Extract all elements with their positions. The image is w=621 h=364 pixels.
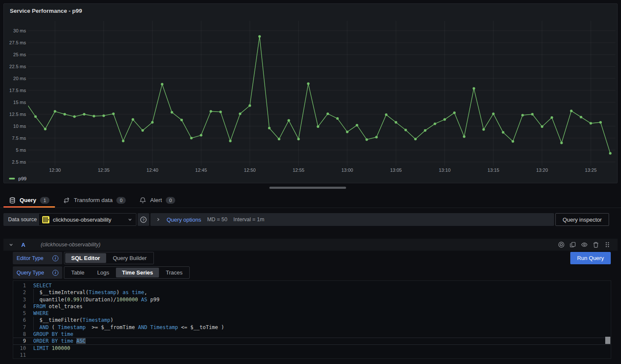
legend: p99 bbox=[9, 176, 26, 181]
query-type-info-icon[interactable]: i bbox=[52, 270, 58, 276]
editor-type-label: Editor Type i bbox=[13, 252, 62, 264]
svg-text:13:25: 13:25 bbox=[585, 168, 597, 173]
sql-code-editor[interactable]: 1SELECT2 $__timeInterval(Timestamp) as t… bbox=[13, 280, 611, 359]
query-type-table[interactable]: Table bbox=[65, 268, 90, 277]
hide-response-eye-icon[interactable] bbox=[581, 241, 588, 248]
code-line-1: 1SELECT bbox=[13, 282, 611, 289]
database-icon bbox=[9, 197, 16, 204]
query-options-md: MD = 50 bbox=[207, 217, 228, 222]
timeseries-chart[interactable]: 2.5 ms5 ms7.5 ms10 ms12.5 ms15 ms17.5 ms… bbox=[4, 4, 617, 183]
query-type-traces[interactable]: Traces bbox=[160, 268, 188, 277]
tab-query[interactable]: Query 1 bbox=[3, 193, 55, 207]
disable-query-icon[interactable] bbox=[558, 241, 565, 248]
svg-text:22.5 ms: 22.5 ms bbox=[9, 64, 26, 69]
svg-text:10 ms: 10 ms bbox=[13, 124, 26, 129]
query-options-link[interactable]: Query options bbox=[167, 217, 201, 223]
chevron-down-icon bbox=[127, 217, 133, 222]
query-datasource-hint: (clickhouse-observability) bbox=[40, 242, 100, 248]
query-options-interval: Interval = 1m bbox=[234, 217, 265, 222]
svg-text:?: ? bbox=[142, 217, 144, 222]
code-line-2: 2 $__timeInterval(Timestamp) as time, bbox=[13, 289, 611, 296]
svg-text:12:55: 12:55 bbox=[293, 168, 305, 173]
svg-text:13:20: 13:20 bbox=[536, 168, 548, 173]
query-options-bar: Query options MD = 50 Interval = 1m bbox=[150, 213, 554, 226]
legend-swatch-p99 bbox=[9, 178, 15, 179]
svg-text:12:45: 12:45 bbox=[195, 168, 207, 173]
editor-type-sql-editor[interactable]: SQL Editor bbox=[65, 253, 106, 263]
remove-query-trash-icon[interactable] bbox=[592, 241, 599, 248]
code-line-3: 3 quantile(0.99)(Duration)/1000000 AS p9… bbox=[13, 296, 611, 303]
svg-text:2.5 ms: 2.5 ms bbox=[12, 159, 26, 165]
tab-query-count: 1 bbox=[40, 197, 49, 204]
code-line-5: 5WHERE bbox=[13, 310, 611, 317]
datasource-value: clickhouse-observability bbox=[53, 217, 124, 223]
clickhouse-logo-icon bbox=[42, 216, 49, 223]
datasource-help-button[interactable]: ? bbox=[138, 213, 149, 226]
svg-text:12:30: 12:30 bbox=[49, 168, 61, 173]
tab-query-label: Query bbox=[20, 197, 36, 203]
svg-text:7.5 ms: 7.5 ms bbox=[12, 136, 26, 141]
edit-pane-tabs: Query 1 Transform data 0 Alert 0 bbox=[3, 193, 181, 207]
svg-text:12.5 ms: 12.5 ms bbox=[9, 112, 26, 117]
code-line-8: 8GROUP BY time bbox=[13, 331, 611, 338]
svg-text:20 ms: 20 ms bbox=[13, 76, 26, 81]
svg-text:27.5 ms: 27.5 ms bbox=[9, 40, 26, 45]
code-line-9: 9ORDER BY time ASC bbox=[13, 338, 611, 344]
svg-text:30 ms: 30 ms bbox=[13, 28, 26, 33]
drag-handle-icon[interactable] bbox=[604, 241, 611, 248]
legend-label-p99[interactable]: p99 bbox=[18, 176, 26, 181]
duplicate-query-icon[interactable] bbox=[569, 241, 576, 248]
tab-alert-count: 0 bbox=[166, 197, 175, 204]
query-row-header[interactable]: A (clickhouse-observability) bbox=[3, 239, 618, 251]
svg-text:5 ms: 5 ms bbox=[16, 147, 26, 153]
query-inspector-button[interactable]: Query inspector bbox=[555, 213, 609, 226]
svg-text:13:10: 13:10 bbox=[439, 168, 451, 173]
panel-title: Service Performance - p99 bbox=[10, 8, 82, 14]
editor-type-info-icon[interactable]: i bbox=[52, 255, 58, 261]
tab-transform-label: Transform data bbox=[74, 197, 113, 203]
query-type-toggle: Table Logs Time Series Traces bbox=[64, 266, 190, 279]
svg-text:17.5 ms: 17.5 ms bbox=[9, 88, 26, 93]
code-line-11: 11 bbox=[13, 352, 611, 358]
horizontal-scrollbar-thumb[interactable] bbox=[269, 187, 346, 189]
datasource-picker[interactable]: clickhouse-observability bbox=[38, 213, 136, 226]
svg-text:12:50: 12:50 bbox=[244, 168, 256, 173]
tab-alert-label: Alert bbox=[150, 197, 162, 203]
code-line-10: 10LIMIT 100000 bbox=[13, 345, 611, 352]
collapse-chevron-icon[interactable] bbox=[9, 242, 14, 247]
code-line-6: 6 $__timeFilter(Timestamp) bbox=[13, 317, 611, 324]
query-row-actions bbox=[558, 241, 611, 248]
help-icon: ? bbox=[140, 216, 147, 223]
svg-text:12:35: 12:35 bbox=[98, 168, 110, 173]
query-ref-id: A bbox=[21, 242, 25, 248]
svg-text:13:15: 13:15 bbox=[488, 168, 500, 173]
svg-text:13:00: 13:00 bbox=[341, 168, 353, 173]
tabs-divider bbox=[0, 208, 621, 208]
svg-text:12:40: 12:40 bbox=[147, 168, 159, 173]
tab-transform-data[interactable]: Transform data 0 bbox=[58, 193, 131, 207]
run-query-button[interactable]: Run Query bbox=[570, 252, 611, 264]
query-type-time-series[interactable]: Time Series bbox=[116, 268, 159, 277]
code-line-7: 7 AND ( Timestamp >= $__fromTime AND Tim… bbox=[13, 324, 611, 331]
svg-text:15 ms: 15 ms bbox=[13, 100, 26, 105]
chevron-right-icon[interactable] bbox=[156, 217, 161, 222]
svg-text:13:05: 13:05 bbox=[390, 168, 402, 173]
datasource-label: Data source bbox=[3, 213, 41, 226]
tab-transform-count: 0 bbox=[116, 197, 126, 204]
editor-type-query-builder[interactable]: Query Builder bbox=[107, 253, 153, 263]
timeseries-panel: Service Performance - p99 2.5 ms5 ms7.5 … bbox=[3, 3, 618, 183]
overview-ruler-marker bbox=[605, 337, 610, 344]
tab-alert[interactable]: Alert 0 bbox=[134, 193, 181, 207]
code-line-4: 4FROM otel_traces bbox=[13, 303, 611, 310]
bell-icon bbox=[139, 197, 146, 204]
svg-text:25 ms: 25 ms bbox=[13, 52, 26, 57]
query-type-label: Query Type i bbox=[13, 266, 62, 279]
editor-type-toggle: SQL Editor Query Builder bbox=[64, 252, 154, 264]
transform-icon bbox=[63, 197, 70, 204]
query-type-logs[interactable]: Logs bbox=[91, 268, 115, 277]
